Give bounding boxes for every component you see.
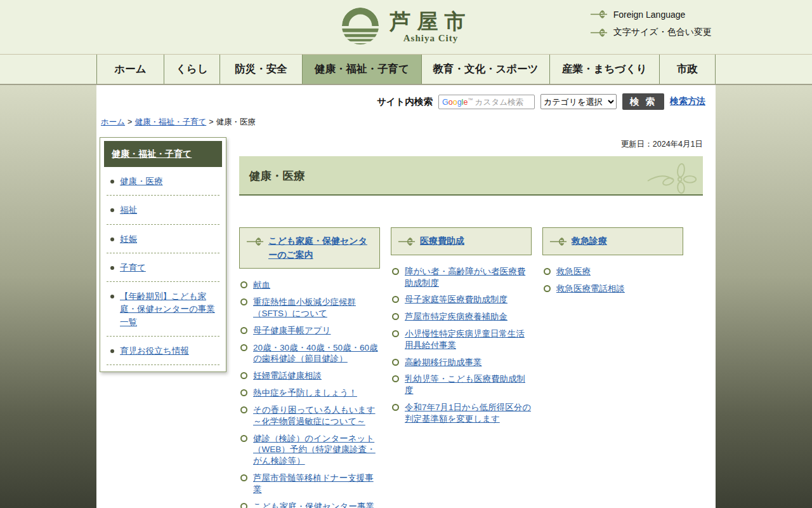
bullet-icon [110,295,114,298]
list-item: 救急医療電話相談 [542,283,683,295]
flourish-icon [590,9,608,20]
list-item: 20歳・30歳・40歳・50歳・60歳の歯科健診（節目健診） [239,342,380,365]
category-box-title-link[interactable]: 医療費助成 [420,234,464,248]
breadcrumb-separator: > [209,117,213,126]
category-box-hoken-center: こども家庭・保健センターのご案内 [239,227,380,269]
topic-link[interactable]: 小児慢性特定疾病児童日常生活用具給付事業 [405,329,525,350]
category-box-medical-subsidy: 医療費助成 [391,227,532,255]
flourish-icon [590,27,608,38]
sidebar-item-pregnancy[interactable]: 妊娠 [120,233,137,246]
list-item: 芦屋市骨髄等移植ドナー支援事業 [239,472,380,495]
topic-link[interactable]: 熱中症を予防しましょう！ [253,388,357,398]
list-item: その香り困っている人もいます～化学物質過敏症について～ [239,404,380,427]
list-item: 献血 [239,279,380,291]
search-submit-button[interactable]: 検 索 [622,93,664,110]
list-item: 熱中症を予防しましょう！ [239,387,380,399]
list-item: 重症熱性血小板減少症候群（SFTS）について [239,297,380,319]
foreign-language-label: Foreign Language [613,10,686,20]
list-item: 妊婦電話健康相談 [239,370,380,382]
topic-link[interactable]: 母子家庭等医療費助成制度 [405,295,508,304]
nav-item-industry-townbuilding[interactable]: 産業・まちづくり [549,55,659,84]
list-item: 令和7年7月1日から低所得区分の判定基準額を変更します [391,402,532,425]
breadcrumb-home-link[interactable]: ホーム [101,117,125,126]
sidebar-item: 妊娠 [107,225,219,253]
list-item: 救急医療 [542,266,683,277]
updated-date: 更新日：2024年4月1日 [239,139,703,150]
list-item: 母子家庭等医療費助成制度 [391,294,532,305]
topic-link[interactable]: 献血 [253,280,270,290]
list-item: 芦屋市特定疾病療養補助金 [391,311,532,323]
list-item: 母子健康手帳アプリ [239,325,380,337]
site-search-input-wrap: Google™ カスタム検索 [438,95,535,109]
sidebar-title-link[interactable]: 健康・福祉・子育て [112,149,192,159]
sidebar-item: 福祉 [107,196,219,224]
ornament-flourish-icon [647,159,702,194]
site-search-label: サイト内検索 [377,96,433,108]
sidebar-item-childcare-tips[interactable]: 育児お役立ち情報 [120,345,189,358]
nav-item-home[interactable]: ホーム [96,55,164,84]
site-subtitle: Ashiya City [390,33,472,44]
bullet-icon [110,237,114,241]
sidebar-item-childcare[interactable]: 子育て [120,262,146,274]
category-box-title-link[interactable]: 救急診療 [572,234,607,248]
content-column: サイト内検索 Google™ カスタム検索 カテゴリを選択 検 索 検索方法 ホ… [96,85,716,508]
category-box-title-link[interactable]: こども家庭・保健センターのご案内 [268,234,373,262]
list-item: 障がい者・高齢障がい者医療費助成制度 [391,266,532,289]
bullet-icon [110,208,114,212]
topic-link[interactable]: 20歳・30歳・40歳・50歳・60歳の歯科健診（節目健診） [253,343,378,364]
sidebar-item: 子育て [107,253,219,282]
topic-link[interactable]: 令和7年7月1日から低所得区分の判定基準額を変更します [405,403,531,424]
search-help-link[interactable]: 検索方法 [670,96,705,107]
topic-link[interactable]: 救急医療電話相談 [556,284,625,293]
sidebar-header: 健康・福祉・子育て [104,141,222,167]
flourish-icon [398,236,416,247]
sidebar-item-health-medical[interactable]: 健康・医療 [120,175,163,188]
topic-list: 障がい者・高齢障がい者医療費助成制度 母子家庭等医療費助成制度 芦屋市特定疾病療… [391,266,532,425]
text-size-color-link[interactable]: 文字サイズ・色合い変更 [590,27,712,38]
topic-link[interactable]: 高齢期移行助成事業 [405,358,482,367]
breadcrumb: ホーム>健康・福祉・子育て>健康・医療 [96,110,716,135]
topic-link[interactable]: 健診（検診）のインターネット（WEB）予約（特定健康診査・がん検診等） [253,434,376,466]
site-search-input[interactable] [439,95,534,109]
page-title: 健康・医療 [249,168,646,184]
category-box-emergency: 救急診療 [542,227,683,255]
site-header: 芦屋市 Ashiya City Foreign Language 文字サイズ・色… [0,0,812,54]
topic-link[interactable]: 障がい者・高齢障がい者医療費助成制度 [405,267,525,288]
foreign-language-link[interactable]: Foreign Language [590,9,712,20]
nav-item-education-culture-sports[interactable]: 教育・文化・スポーツ [421,55,549,84]
sidebar-menu-list: 健康・医療 福祉 妊娠 子育て 【年齢期別】こども家庭・保健センターの事業一覧 … [104,167,222,365]
main-nav: ホーム くらし 防災・安全 健康・福祉・子育て 教育・文化・スポーツ 産業・まち… [0,54,812,85]
nav-item-disaster-safety[interactable]: 防災・安全 [219,55,302,84]
topic-link[interactable]: 妊婦電話健康相談 [253,371,322,380]
breadcrumb-separator: > [128,117,132,126]
topic-link[interactable]: その香り困っている人もいます～化学物質過敏症について～ [253,405,375,426]
utility-links: Foreign Language 文字サイズ・色合い変更 [590,9,712,38]
list-item: こども家庭・保健センター事業のインターネット（WEB）予約（乳幼児対象の教室・健 [239,501,380,508]
nav-item-city-government[interactable]: 市政 [659,55,716,84]
search-category-select[interactable]: カテゴリを選択 [540,94,617,109]
bullet-icon [110,180,114,184]
topic-link[interactable]: 母子健康手帳アプリ [253,326,331,335]
flourish-icon [246,236,264,247]
ashiya-emblem-icon [341,6,380,46]
topic-link[interactable]: 救急医療 [556,267,591,276]
topic-link[interactable]: 重症熱性血小板減少症候群（SFTS）について [253,297,356,318]
sidebar-item: 育児お役立ち情報 [107,337,219,365]
main-content: 更新日：2024年4月1日 健康・医療 [226,135,716,508]
topic-link[interactable]: 乳幼児等・こども医療費助成制度 [405,374,525,395]
site-title: 芦屋市 [390,10,472,33]
topic-link[interactable]: 芦屋市骨髄等移植ドナー支援事業 [253,473,374,494]
topic-column-medical-subsidy: 医療費助成 障がい者・高齢障がい者医療費助成制度 母子家庭等医療費助成制度 芦屋… [391,227,532,431]
sidebar-item: 健康・医療 [107,167,219,196]
topic-list: 献血 重症熱性血小板減少症候群（SFTS）について 母子健康手帳アプリ 20歳・… [239,279,380,508]
topic-link[interactable]: 芦屋市特定疾病療養補助金 [405,312,508,321]
breadcrumb-category-link[interactable]: 健康・福祉・子育て [134,117,206,126]
nav-item-living[interactable]: くらし [164,55,219,84]
page-background: サイト内検索 Google™ カスタム検索 カテゴリを選択 検 索 検索方法 ホ… [0,85,812,508]
list-item: 高齢期移行助成事業 [391,357,532,368]
sidebar-item-age-group-programs[interactable]: 【年齢期別】こども家庭・保健センターの事業一覧 [120,290,219,329]
nav-item-health-welfare-childcare[interactable]: 健康・福祉・子育て [302,55,421,84]
sidebar-item-welfare[interactable]: 福祉 [120,204,137,217]
list-item: 乳幼児等・こども医療費助成制度 [391,373,532,396]
topic-link[interactable]: こども家庭・保健センター事業のインターネット（WEB）予約（乳幼児対象の教室・健 [253,502,377,508]
